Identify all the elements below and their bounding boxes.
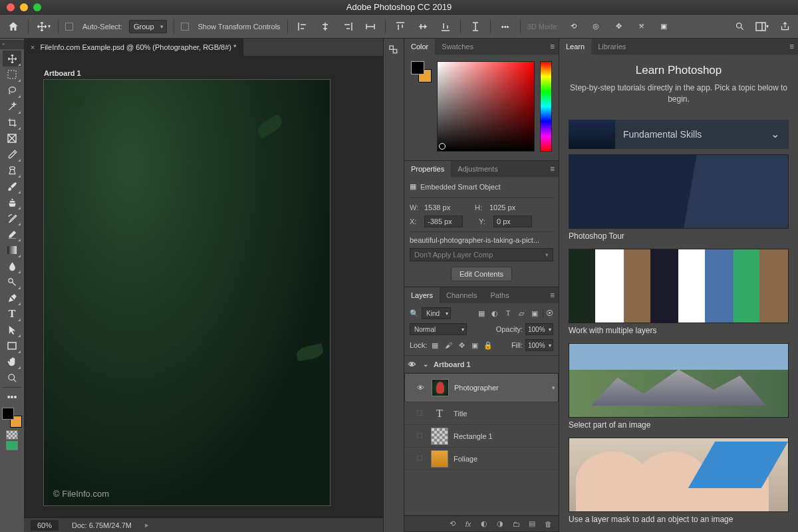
filter-type-icon[interactable]: T [503, 308, 513, 319]
rectangle-tool[interactable] [3, 338, 21, 354]
delete-layer-icon[interactable]: 🗑 [543, 519, 553, 529]
document-tab[interactable]: × FileInfo.com Example.psd @ 60% (Photog… [24, 39, 243, 56]
learn-menu-icon[interactable]: ≡ [789, 42, 794, 51]
learn-card-select[interactable]: Select part of an image [569, 343, 789, 430]
gradient-tool[interactable] [3, 242, 21, 258]
layer-fx-icon[interactable]: fx [463, 519, 473, 529]
lock-all-icon[interactable]: 🔒 [483, 340, 493, 350]
layer-title[interactable]: ☐ T Title [404, 402, 559, 425]
zoom-level[interactable]: 60% [31, 520, 59, 531]
learn-section-fundamental[interactable]: Fundamental Skills ⌄ [569, 120, 789, 149]
show-transform-checkbox[interactable] [181, 23, 189, 31]
learn-card-tour[interactable]: Photoshop Tour [569, 154, 789, 241]
chevron-down-icon[interactable]: ⌄ [423, 360, 428, 368]
layer-name[interactable]: Foliage [454, 455, 477, 463]
layer-name[interactable]: Artboard 1 [434, 360, 471, 368]
color-foreground-background[interactable] [411, 61, 432, 82]
canvas-area[interactable]: Artboard 1 © FileInfo.com [24, 56, 383, 517]
share-icon[interactable] [777, 19, 793, 35]
visibility-icon[interactable]: 👁 [417, 384, 426, 392]
color-field[interactable] [437, 61, 535, 152]
filter-shape-icon[interactable]: ▱ [516, 308, 527, 319]
layer-foliage[interactable]: ☐ Foliage [404, 448, 559, 470]
align-center-v-icon[interactable] [415, 19, 431, 35]
lock-artboard-icon[interactable]: ▣ [469, 340, 480, 350]
auto-select-checkbox[interactable] [65, 23, 73, 31]
tab-channels[interactable]: Channels [440, 287, 483, 303]
hue-slider[interactable] [540, 61, 552, 152]
crop-tool[interactable] [3, 114, 21, 130]
blur-tool[interactable] [3, 258, 21, 274]
history-panel-icon[interactable] [386, 43, 401, 57]
layer-name[interactable]: Photographer [454, 384, 499, 392]
eraser-tool[interactable] [3, 226, 21, 242]
distribute-h-icon[interactable] [362, 19, 378, 35]
brush-tool[interactable] [3, 178, 21, 194]
tab-properties[interactable]: Properties [404, 161, 451, 177]
blend-mode-select[interactable]: Normal [410, 323, 467, 335]
layer-thumbnail[interactable] [432, 379, 449, 396]
filter-pixel-icon[interactable]: ▦ [476, 308, 487, 319]
quickmask-icon[interactable] [6, 430, 18, 440]
auto-select-target[interactable]: Group [129, 20, 167, 33]
home-icon[interactable] [5, 19, 21, 35]
edit-toolbar-icon[interactable]: ••• [3, 389, 21, 405]
filter-smart-icon[interactable]: ▣ [529, 308, 540, 319]
magic-wand-tool[interactable] [3, 98, 21, 114]
tab-libraries[interactable]: Libraries [591, 39, 632, 55]
properties-menu-icon[interactable]: ≡ [550, 164, 555, 174]
move-tool-icon[interactable]: ▾ [35, 19, 51, 35]
fill-input[interactable]: 100% [525, 339, 553, 351]
doc-size[interactable]: Doc: 6.75M/24.7M [72, 521, 132, 529]
layer-thumbnail[interactable] [431, 428, 448, 445]
artboard-label[interactable]: Artboard 1 [44, 69, 363, 77]
tab-layers[interactable]: Layers [404, 287, 440, 303]
new-layer-icon[interactable]: ▤ [527, 519, 537, 529]
layer-thumbnail[interactable]: T [431, 405, 448, 422]
tab-color[interactable]: Color [404, 39, 435, 55]
distribute-v-icon[interactable] [467, 19, 483, 35]
workspace-icon[interactable]: ▾ [754, 19, 770, 35]
layer-name[interactable]: Title [454, 410, 467, 418]
lock-position-icon[interactable]: ✥ [456, 340, 467, 350]
more-options-icon[interactable]: ••• [497, 19, 513, 35]
learn-card-layers[interactable]: Work with multiple layers [569, 249, 789, 335]
align-left-icon[interactable] [295, 19, 311, 35]
learn-card-mask[interactable]: Use a layer mask to add an object to an … [569, 438, 789, 524]
edit-contents-button[interactable]: Edit Contents [451, 267, 512, 281]
visibility-icon[interactable]: ☐ [416, 409, 426, 418]
filter-toggle-icon[interactable]: ⦿ [543, 308, 553, 319]
layer-photographer[interactable]: 👁 Photographer [404, 373, 559, 402]
filter-kind-select[interactable]: Kind [422, 307, 451, 319]
move-tool[interactable] [3, 51, 21, 66]
tab-learn[interactable]: Learn [559, 39, 591, 55]
layer-rectangle[interactable]: ☐ Rectangle 1 [404, 425, 559, 448]
layer-comp-select[interactable]: Don't Apply Layer Comp [410, 248, 553, 261]
lock-transparency-icon[interactable]: ▦ [430, 340, 440, 350]
layer-artboard[interactable]: 👁 ⌄ Artboard 1 [404, 356, 559, 373]
path-selection-tool[interactable] [3, 322, 21, 338]
x-input[interactable] [424, 215, 463, 227]
hand-tool[interactable] [3, 354, 21, 370]
group-icon[interactable]: 🗀 [511, 519, 521, 529]
align-bottom-icon[interactable] [438, 19, 454, 35]
pen-tool[interactable] [3, 290, 21, 306]
visibility-icon[interactable]: ☐ [416, 454, 426, 463]
lasso-tool[interactable] [3, 82, 21, 98]
healing-brush-tool[interactable] [3, 162, 21, 178]
history-brush-tool[interactable] [3, 210, 21, 226]
type-tool[interactable]: T [3, 306, 21, 322]
frame-tool[interactable] [3, 130, 21, 146]
tab-swatches[interactable]: Swatches [435, 39, 480, 55]
opacity-input[interactable]: 100% [525, 323, 553, 335]
tools-collapse[interactable] [0, 40, 24, 49]
color-panel-menu-icon[interactable]: ≡ [550, 42, 555, 51]
align-top-icon[interactable] [392, 19, 408, 35]
clone-stamp-tool[interactable] [3, 194, 21, 210]
layer-name[interactable]: Rectangle 1 [454, 432, 493, 440]
lock-image-icon[interactable]: 🖌 [443, 340, 454, 350]
align-right-icon[interactable] [340, 19, 356, 35]
layer-mask-icon[interactable]: ◐ [479, 519, 489, 529]
color-swatches[interactable] [2, 408, 22, 428]
close-tab-icon[interactable]: × [31, 43, 35, 51]
